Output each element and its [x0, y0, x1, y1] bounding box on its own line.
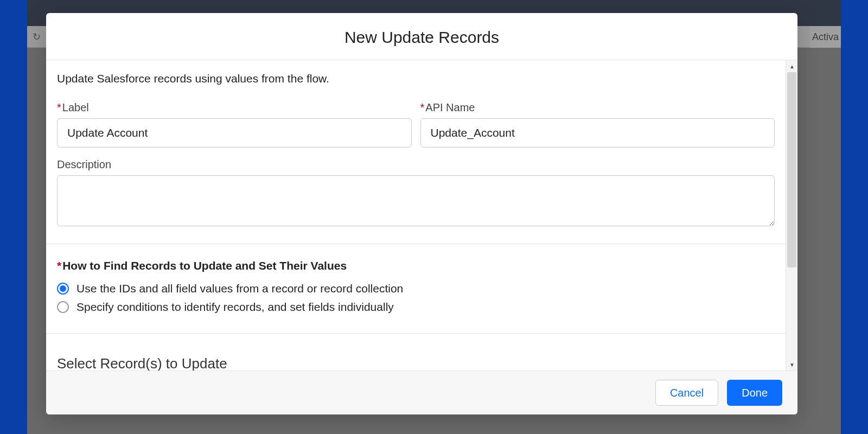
scrollbar-track[interactable]: ▲ ▼	[786, 60, 797, 371]
modal-body: Update Salesforce records using values f…	[46, 60, 786, 371]
description-field-label: Description	[57, 158, 775, 171]
select-records-title: Select Record(s) to Update	[57, 355, 775, 371]
api-name-input[interactable]	[420, 118, 775, 148]
description-field-group: Description	[57, 158, 775, 228]
label-field-group: *Label	[57, 101, 412, 148]
modal-body-wrap: Update Salesforce records using values f…	[46, 60, 797, 371]
radio-icon	[57, 283, 69, 295]
label-field-label-text: Label	[62, 101, 89, 113]
label-input[interactable]	[57, 118, 412, 148]
required-asterisk-icon: *	[57, 259, 61, 272]
how-to-find-title-text: How to Find Records to Update and Set Th…	[62, 259, 347, 272]
section-divider	[46, 244, 786, 244]
modal-footer: Cancel Done	[46, 371, 797, 414]
api-name-field-label-text: API Name	[425, 101, 475, 113]
radio-specify-conditions[interactable]: Specify conditions to identify records, …	[57, 301, 775, 314]
required-asterisk-icon: *	[420, 101, 425, 113]
radio-specify-conditions-label: Specify conditions to identify records, …	[76, 301, 394, 314]
modal-help-text: Update Salesforce records using values f…	[57, 72, 775, 85]
api-name-field-label: *API Name	[420, 101, 775, 114]
radio-use-ids[interactable]: Use the IDs and all field values from a …	[57, 282, 775, 295]
modal-header: New Update Records	[46, 13, 797, 60]
cancel-button[interactable]: Cancel	[655, 380, 718, 406]
required-asterisk-icon: *	[57, 101, 61, 113]
how-to-find-title: *How to Find Records to Update and Set T…	[57, 259, 775, 272]
description-textarea[interactable]	[57, 175, 775, 226]
scroll-up-icon[interactable]: ▲	[786, 60, 797, 72]
modal-title: New Update Records	[57, 28, 787, 47]
scrollbar-thumb[interactable]	[787, 72, 796, 267]
section-divider	[46, 333, 786, 334]
new-update-records-modal: New Update Records Update Salesforce rec…	[46, 13, 797, 414]
radio-icon	[57, 301, 69, 313]
label-apiname-row: *Label *API Name	[57, 101, 775, 148]
radio-use-ids-label: Use the IDs and all field values from a …	[76, 282, 403, 295]
label-field-label: *Label	[57, 101, 412, 114]
done-button[interactable]: Done	[727, 380, 782, 406]
scroll-down-icon[interactable]: ▼	[786, 359, 797, 371]
api-name-field-group: *API Name	[420, 101, 775, 148]
